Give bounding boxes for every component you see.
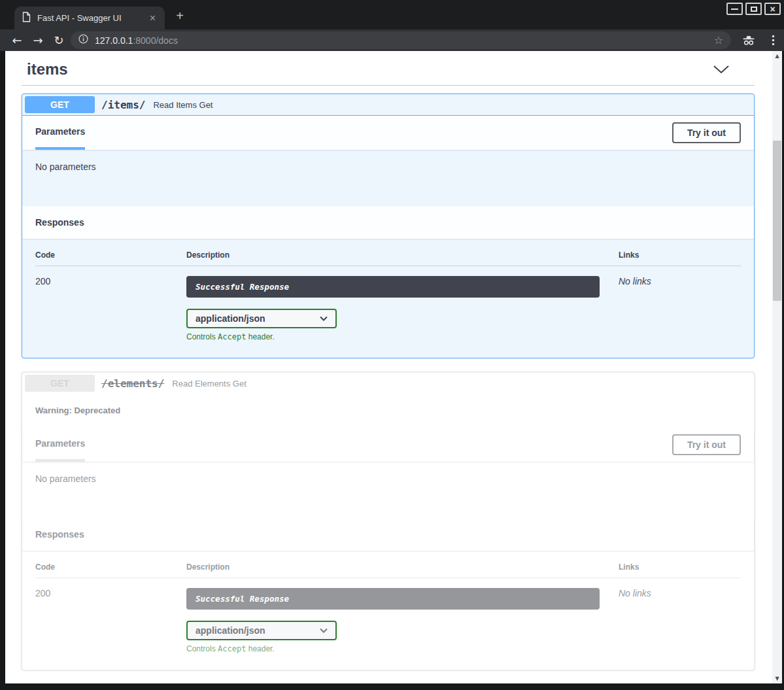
response-description: Successful Response <box>186 276 600 298</box>
response-description: Successful Response <box>186 588 600 610</box>
minimize-icon <box>731 9 738 10</box>
links-column-header: Links <box>619 562 741 578</box>
parameters-tab[interactable]: Parameters <box>35 428 85 462</box>
media-type-select[interactable]: application/json <box>186 309 337 328</box>
code-column-header: Code <box>35 562 186 578</box>
url-text: 127.0.0.1:8000/docs <box>95 35 714 46</box>
method-badge: GET <box>25 375 95 392</box>
note-prefix: Controls <box>186 332 218 341</box>
media-type-select[interactable]: application/json <box>186 621 337 640</box>
scroll-down-icon[interactable]: ▼ <box>772 674 782 683</box>
responses-header: Responses <box>22 518 754 551</box>
tab-title: Fast API - Swagger UI <box>37 13 141 23</box>
accept-header-note: Controls Accept header. <box>186 332 619 341</box>
response-links: No links <box>619 578 741 653</box>
try-it-out-button[interactable]: Try it out <box>672 122 741 143</box>
response-row: 200 Successful Response application/json… <box>35 266 741 341</box>
endpoint-path: /elements/ <box>101 377 164 390</box>
note-suffix: header. <box>246 644 274 653</box>
page-viewport: items GET /items/ Read Items Get Paramet… <box>5 51 782 683</box>
media-type-value: application/json <box>196 313 265 324</box>
note-suffix: header. <box>246 332 274 341</box>
note-code: Accept <box>218 644 246 653</box>
close-button[interactable]: × <box>764 3 781 15</box>
maximize-button[interactable] <box>745 3 762 15</box>
response-description-cell: Successful Response application/json Con… <box>186 266 619 341</box>
responses-title: Responses <box>35 529 84 540</box>
minimize-button[interactable] <box>726 3 743 15</box>
chevron-down-icon <box>320 628 328 633</box>
description-column-header: Description <box>186 562 619 578</box>
reload-button[interactable]: ↻ <box>48 29 69 51</box>
chevron-down-icon <box>320 316 328 321</box>
window-controls: × <box>726 3 781 15</box>
url-host: 127.0.0.1 <box>95 35 133 46</box>
try-it-out-button[interactable]: Try it out <box>672 434 741 455</box>
tab-strip: Fast API - Swagger UI × + × <box>0 0 784 29</box>
parameters-body: No parameters <box>22 462 754 518</box>
responses-table-header: Code Description Links <box>35 250 741 266</box>
browser-tab[interactable]: Fast API - Swagger UI × <box>14 7 165 29</box>
responses-header: Responses <box>22 206 754 239</box>
code-column-header: Code <box>35 250 186 266</box>
parameters-tab[interactable]: Parameters <box>35 116 85 150</box>
no-parameters-text: No parameters <box>35 162 96 172</box>
browser-toolbar: ← → ↻ 127.0.0.1:8000/docs ☆ <box>0 29 784 51</box>
note-prefix: Controls <box>186 644 218 653</box>
page-scrollbar[interactable]: ▲ ▼ <box>772 51 782 683</box>
new-tab-button[interactable]: + <box>171 9 188 22</box>
endpoint-path: /items/ <box>101 99 145 111</box>
deprecated-warning: Warning: Deprecated <box>22 394 754 428</box>
no-parameters-text: No parameters <box>35 474 96 484</box>
note-code: Accept <box>218 332 246 341</box>
links-column-header: Links <box>619 250 741 266</box>
parameters-header: Parameters Try it out <box>22 428 754 462</box>
responses-title: Responses <box>35 217 84 228</box>
browser-menu-icon[interactable] <box>772 35 775 48</box>
scrollbar-thumb[interactable] <box>773 141 781 301</box>
accept-header-note: Controls Accept header. <box>186 644 619 653</box>
endpoint-summary: Read Elements Get <box>172 379 246 388</box>
response-row: 200 Successful Response application/json… <box>35 578 741 653</box>
back-button[interactable]: ← <box>7 29 27 51</box>
forward-button[interactable]: → <box>27 29 48 51</box>
url-path: :8000/docs <box>133 35 178 46</box>
parameters-header: Parameters Try it out <box>22 116 754 150</box>
address-bar[interactable]: 127.0.0.1:8000/docs ☆ <box>71 31 731 49</box>
response-links: No links <box>619 266 741 341</box>
opblock-get-elements-deprecated: GET /elements/ Read Elements Get Warning… <box>22 372 755 670</box>
responses-table-header: Code Description Links <box>35 562 741 578</box>
responses-body: Code Description Links 200 Successful Re… <box>22 551 754 670</box>
response-code: 200 <box>35 578 186 653</box>
tag-section-header[interactable]: items <box>22 59 755 86</box>
media-type-value: application/json <box>196 625 265 636</box>
opblock-get-items: GET /items/ Read Items Get Parameters Tr… <box>22 94 755 358</box>
incognito-icon <box>742 35 755 48</box>
collapse-chevron-icon[interactable] <box>713 62 749 77</box>
tag-section-title: items <box>27 60 68 78</box>
site-info-icon[interactable] <box>78 34 88 46</box>
responses-body: Code Description Links 200 Successful Re… <box>22 239 754 358</box>
description-column-header: Description <box>186 250 619 266</box>
maximize-icon <box>751 7 757 12</box>
scroll-up-icon[interactable]: ▲ <box>772 51 782 61</box>
opblock-summary[interactable]: GET /elements/ Read Elements Get <box>22 373 754 394</box>
response-code: 200 <box>35 266 186 341</box>
endpoint-summary: Read Items Get <box>153 100 213 110</box>
opblock-summary[interactable]: GET /items/ Read Items Get <box>22 94 754 116</box>
parameters-body: No parameters <box>22 150 754 206</box>
method-badge: GET <box>25 96 95 113</box>
tab-close-icon[interactable]: × <box>147 13 158 24</box>
bookmark-star-icon[interactable]: ☆ <box>714 34 723 46</box>
swagger-page: items GET /items/ Read Items Get Paramet… <box>5 51 772 670</box>
response-description-cell: Successful Response application/json Con… <box>186 578 619 653</box>
page-favicon-icon <box>22 12 31 25</box>
